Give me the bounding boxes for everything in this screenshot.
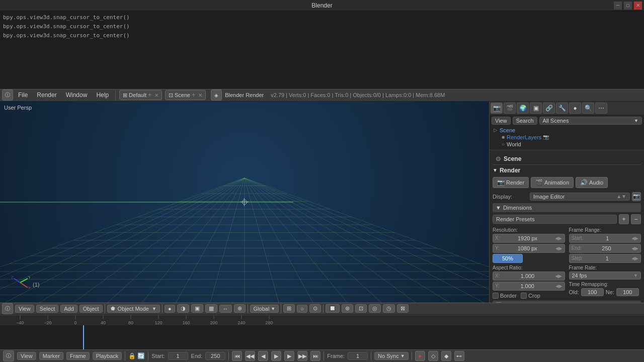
tab-scene-plus-icon[interactable]: + — [192, 92, 195, 99]
frame-step-field[interactable]: Step: 1 ◀▶ — [569, 254, 641, 263]
presets-remove-btn[interactable]: − — [631, 214, 641, 224]
vt-transform[interactable]: ⊕ — [234, 304, 246, 313]
dimensions-header[interactable]: ▼ Dimensions — [493, 203, 641, 212]
3d-viewport[interactable]: User Persp X Y Z (1) — [0, 102, 489, 303]
display-value[interactable]: Image Editor ▲▼ — [530, 193, 630, 201]
aspect-x-field[interactable]: X: 1.000 ◀▶ — [493, 272, 565, 281]
vt-select-btn[interactable]: Select — [36, 305, 59, 313]
vt-sep-1 — [105, 304, 105, 313]
vt-mode-dropdown[interactable]: ⬟ Object Mode ▼ — [107, 305, 160, 313]
menu-render[interactable]: Render — [33, 90, 60, 100]
vt-shading-4[interactable]: ▦ — [205, 304, 217, 313]
bb-info-btn[interactable]: ⓘ — [3, 350, 14, 361]
vt-prop-type[interactable]: ⊙ — [309, 304, 321, 313]
bb-playback-btn[interactable]: Playback — [93, 352, 122, 360]
close-button[interactable]: ✕ — [634, 2, 642, 10]
menu-window[interactable]: Window — [62, 90, 92, 100]
engine-icon[interactable]: ◈ — [211, 89, 222, 101]
minimize-button[interactable]: ─ — [614, 2, 622, 10]
tab-scene-close-icon[interactable]: ✕ — [198, 93, 202, 98]
vt-view-btn[interactable]: View — [15, 305, 34, 313]
res-y-field[interactable]: Y: 1080 px ◀▶ — [493, 244, 565, 253]
bb-jump-start[interactable]: ⏮ — [232, 351, 242, 361]
animation-button[interactable]: 🎬 Animation — [531, 177, 574, 188]
aspect-y-field[interactable]: Y: 1.000 ◀▶ — [493, 282, 565, 291]
menu-help[interactable]: Help — [92, 90, 113, 100]
bb-prev-frame[interactable]: ◀◀ — [245, 351, 255, 361]
prop-tab-world[interactable]: 🌍 — [517, 103, 529, 114]
bb-jump-end[interactable]: ⏭ — [310, 351, 320, 361]
timeline-cursor[interactable] — [83, 325, 84, 350]
vt-shading-2[interactable]: ◑ — [177, 304, 189, 313]
tree-item-renderlayers[interactable]: ■ RenderLayers 📷 — [500, 134, 642, 141]
vt-snap[interactable]: ⊛ — [342, 304, 353, 313]
tree-search-btn[interactable]: Search — [513, 117, 537, 125]
prop-tab-extra[interactable]: ⋯ — [595, 103, 607, 114]
vt-extra-1[interactable]: ◷ — [383, 304, 395, 313]
vt-add-btn[interactable]: Add — [60, 305, 77, 313]
bb-next-keyframe[interactable]: ▶ — [284, 351, 294, 361]
old-field[interactable]: 100 — [581, 288, 604, 296]
prop-tab-scene[interactable]: 🎬 — [504, 103, 516, 114]
bb-play-btn[interactable]: ▶ — [271, 351, 281, 361]
render-button[interactable]: 📷 Render — [493, 177, 529, 188]
vt-extra-2[interactable]: ⊠ — [397, 304, 409, 313]
bb-frame-btn[interactable]: Frame — [66, 352, 90, 360]
start-frame-field[interactable]: Start: 1 ◀▶ — [569, 234, 641, 243]
vt-mesh-btn[interactable]: ⊞ — [283, 304, 295, 313]
tab-close-icon[interactable]: ✕ — [154, 93, 158, 98]
bb-next-frame[interactable]: ▶▶ — [297, 351, 307, 361]
fps-dropdown[interactable]: 24 fps ▼ — [569, 272, 641, 280]
bb-extra-btn[interactable]: ⊷ — [454, 351, 464, 361]
info-button[interactable]: ⓘ — [2, 89, 13, 101]
display-icon-btn[interactable]: 📷 — [632, 192, 641, 201]
tab-plus-icon[interactable]: + — [148, 92, 151, 99]
prop-tab-render[interactable]: 📷 — [491, 103, 503, 114]
tree-item-scene[interactable]: ▷ Scene — [492, 127, 642, 134]
tree-item-world[interactable]: ○ World — [500, 141, 642, 148]
vt-manipulator[interactable]: ↔ — [219, 305, 232, 313]
render-presets-dropdown[interactable]: Render Presets — [493, 215, 617, 224]
audio-button[interactable]: 🔊 Audio — [576, 177, 608, 188]
bb-marker-btn[interactable]: Marker — [39, 352, 63, 360]
workspace-tab-scene[interactable]: ⊡ Scene + ✕ — [165, 90, 206, 100]
prop-tab-modifiers[interactable]: 🔧 — [556, 103, 568, 114]
bb-record-btn[interactable]: ● — [415, 351, 425, 361]
vt-object-btn[interactable]: Object — [79, 305, 103, 313]
render-section-header[interactable]: ▼ Render — [493, 167, 641, 174]
tree-all-scenes-btn[interactable]: All Scenes▼ — [539, 117, 642, 125]
menu-file[interactable]: File — [14, 90, 32, 100]
bb-current-frame[interactable]: 1 — [348, 352, 368, 360]
res-pct-field[interactable]: 50% — [493, 254, 523, 263]
workspace-tab-default[interactable]: ⊞ Default + ✕ — [119, 90, 162, 100]
prop-tab-search[interactable]: 🔍 — [582, 103, 594, 114]
ne-field[interactable]: 100 — [616, 288, 639, 296]
vt-shading-3[interactable]: ▣ — [191, 304, 203, 313]
prop-tab-constraints[interactable]: 🔗 — [543, 103, 555, 114]
bb-bookmark-btn[interactable]: ◇ — [428, 351, 438, 361]
bb-keyframe-btn[interactable]: ◆ — [441, 351, 451, 361]
prop-tab-object[interactable]: ▣ — [530, 103, 542, 114]
vt-shading-1[interactable]: ● — [165, 305, 175, 313]
bb-start-num[interactable]: 1 — [168, 352, 188, 360]
border-checkbox[interactable] — [493, 293, 499, 299]
bb-sync-dropdown[interactable]: No Sync ▼ — [374, 352, 409, 360]
vt-proportional[interactable]: ○ — [297, 305, 307, 313]
vt-gyro[interactable]: ◎ — [369, 304, 381, 313]
crop-checkbox[interactable] — [521, 293, 527, 299]
engine-dropdown[interactable]: Blender Render — [223, 92, 266, 98]
vt-snap-type[interactable]: ⊡ — [355, 304, 367, 313]
tree-view-btn[interactable]: View — [492, 117, 511, 125]
vt-info-btn[interactable]: ⓘ — [2, 303, 13, 314]
bb-end-num[interactable]: 250 — [205, 352, 225, 360]
vt-global-dropdown[interactable]: Global ▼ — [250, 305, 279, 313]
res-x-field[interactable]: X: 1920 px ◀▶ — [493, 234, 565, 243]
presets-add-btn[interactable]: + — [619, 214, 629, 224]
vt-render-overlay[interactable]: 🔲 — [326, 304, 340, 313]
bb-view-btn[interactable]: View — [17, 352, 36, 360]
bb-prev-keyframe[interactable]: ◀ — [258, 351, 268, 361]
prop-tab-material[interactable]: ● — [569, 103, 581, 114]
maximize-button[interactable]: □ — [624, 2, 632, 10]
timeline-content[interactable] — [0, 325, 644, 350]
end-frame-field[interactable]: End: 250 ◀▶ — [569, 244, 641, 253]
